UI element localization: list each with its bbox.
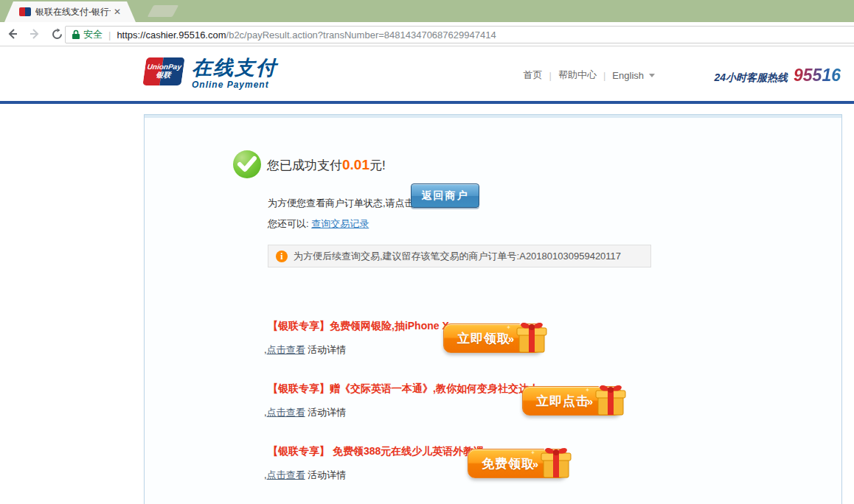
order-number-text: 为方便后续查询交易,建议留存该笔交易的商户订单号:A20180103095942…	[294, 250, 621, 263]
sparkle-icon: ✦	[585, 387, 590, 393]
secure-label[interactable]: 安全	[83, 28, 103, 41]
logo-subtitle: Online Payment	[192, 80, 277, 90]
url-host: https://cashier.95516.com	[117, 29, 226, 41]
order-number-notice: i 为方便后续查询交易,建议留存该笔交易的商户订单号:A201801030959…	[268, 245, 651, 267]
nav-separator: |	[549, 70, 552, 81]
header-nav: 首页 | 帮助中心 | English	[524, 69, 655, 82]
hotline-number: 95516	[794, 66, 841, 85]
forward-button-icon[interactable]	[25, 24, 44, 43]
merchant-status-text: 为方便您查看商户订单状态,请点击	[268, 191, 414, 215]
promo-link-suffix: 活动详情	[305, 344, 347, 355]
chevron-down-icon[interactable]	[649, 74, 655, 77]
secure-lock-icon[interactable]	[72, 29, 80, 40]
payment-result-panel: 您已成功支付0.01元! 为方便您查看商户订单状态,请点击 返回商户 您还可以:…	[144, 114, 842, 504]
tab-close-icon[interactable]: ✕	[114, 7, 121, 17]
hotline-label: 24小时客服热线	[714, 71, 788, 85]
gift-box-icon	[591, 379, 630, 421]
success-message: 您已成功支付0.01元!	[267, 157, 386, 174]
logo-card-bottom-text: 银联	[144, 71, 184, 79]
promo-view-link[interactable]: 点击查看	[267, 407, 305, 418]
url-path: /b2c/payResult.action?transNumber=848143…	[226, 29, 496, 41]
reload-button-icon[interactable]	[47, 24, 66, 43]
unionpay-logo[interactable]: UnionPay 银联 在线支付 Online Payment	[145, 57, 277, 90]
new-tab-button[interactable]	[147, 5, 179, 17]
sparkle-icon: ✦	[530, 449, 535, 456]
back-button-icon[interactable]	[3, 24, 22, 43]
browser-tab[interactable]: 银联在线支付-银行卡综合 ✕	[4, 1, 136, 22]
promo-link-suffix: 活动详情	[305, 407, 347, 418]
promo-detail-line: ,点击查看 活动详情	[264, 343, 346, 357]
unionpay-card-icon: UnionPay 银联	[142, 57, 184, 85]
promo-title: 【银联专享】 免费领388元在线少儿英语外教课	[268, 445, 484, 458]
nav-help-link[interactable]: 帮助中心	[558, 69, 597, 82]
promo-title: 【银联专享】免费领网银险,抽iPhone X	[268, 320, 449, 333]
address-bar[interactable]: 安全 | https://cashier.95516.com/b2c/payRe…	[65, 26, 854, 43]
hotline: 24小时客服热线 95516	[714, 66, 841, 85]
promo-link-suffix: 活动详情	[305, 469, 347, 480]
browser-toolbar: 安全 | https://cashier.95516.com/b2c/payRe…	[0, 22, 854, 46]
more-options-label: 您还可以:	[268, 218, 311, 229]
info-icon: i	[276, 251, 288, 262]
promo-detail-line: ,点击查看 活动详情	[264, 469, 346, 482]
sparkle-icon: ✦	[506, 324, 511, 331]
payment-amount: 0.01	[342, 157, 369, 172]
omnibox-separator: |	[108, 29, 111, 41]
return-merchant-button[interactable]: 返回商户	[411, 183, 479, 208]
promo-claim-button[interactable]: 立即点击 » ✦ ✦	[522, 386, 622, 416]
nav-home-link[interactable]: 首页	[524, 69, 543, 82]
promo-view-link[interactable]: 点击查看	[267, 344, 305, 355]
logo-title: 在线支付	[192, 57, 277, 80]
site-header: UnionPay 银联 在线支付 Online Payment 首页 | 帮助中…	[0, 46, 854, 101]
success-suffix: 元!	[369, 158, 386, 172]
promo-claim-button[interactable]: 立即领取 » ✦ ✦	[443, 323, 543, 353]
language-selector[interactable]: English	[612, 70, 644, 81]
unionpay-favicon-icon	[19, 7, 31, 16]
promo-detail-line: ,点击查看 活动详情	[264, 406, 346, 419]
gift-box-icon	[537, 442, 575, 483]
logo-card-top-text: UnionPay	[145, 63, 184, 71]
promo-title: 【银联专享】赠《交际英语一本通》,教你如何变身社交达人	[268, 382, 539, 396]
more-options-line: 您还可以: 查询交易记录	[268, 217, 369, 231]
browser-tab-bar: 银联在线支付-银行卡综合 ✕	[0, 0, 854, 22]
nav-separator: |	[603, 70, 605, 81]
tab-title: 银联在线支付-银行卡综合	[35, 6, 111, 18]
success-prefix: 您已成功支付	[267, 158, 342, 172]
panel-top-highlight	[145, 115, 841, 118]
promo-claim-button[interactable]: 免费领取 » ✦ ✦	[468, 449, 567, 478]
gift-box-icon	[513, 317, 551, 358]
query-transactions-link[interactable]: 查询交易记录	[311, 218, 369, 229]
success-check-icon	[233, 150, 261, 178]
header-divider	[0, 101, 854, 104]
promo-view-link[interactable]: 点击查看	[267, 469, 305, 480]
